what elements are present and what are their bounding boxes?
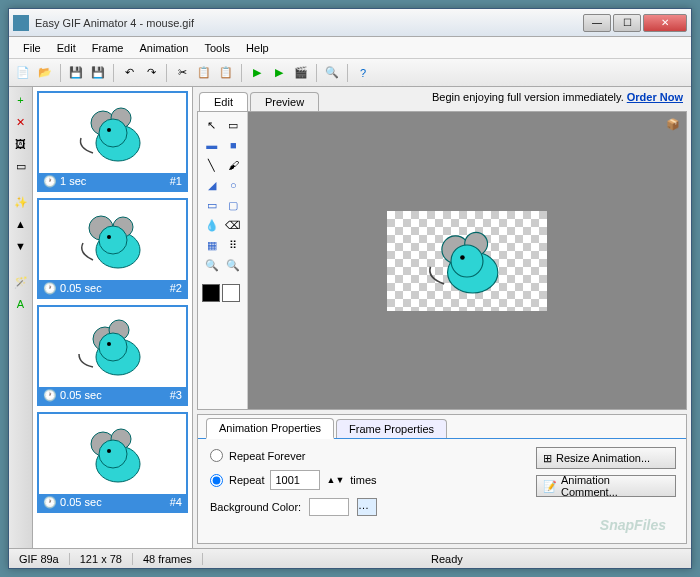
movie-icon[interactable]: 🎬 [291,63,311,83]
menu-animation[interactable]: Animation [131,40,196,56]
eyedropper-icon[interactable]: 💧 [202,216,222,234]
editor-tabs: Edit Preview Begin enjoying full version… [193,87,691,111]
resize-animation-button[interactable]: ⊞Resize Animation... [536,447,676,469]
repeat-forever-radio[interactable] [210,449,223,462]
clock-icon: 🕐 0.05 sec [43,496,102,509]
menubar: File Edit Frame Animation Tools Help [9,37,691,59]
effects-icon[interactable]: ✨ [12,193,30,211]
undo-icon[interactable]: ↶ [119,63,139,83]
canvas-viewport[interactable]: 📦 [248,112,686,409]
bg-color-picker-button[interactable]: … [357,498,377,516]
repeat-forever-row: Repeat Forever [210,449,377,462]
status-format: GIF 89a [9,553,70,565]
eraser-icon[interactable]: ⌫ [224,216,244,234]
search-icon[interactable]: 🔍 [322,63,342,83]
canvas-container: ↖▭ ▬■ ╲🖌 ◢○ ▭▢ 💧⌫ ▦⠿ 🔍🔍 📦 [197,111,687,410]
svg-point-3 [99,119,127,147]
properties-body: Repeat Forever Repeat ▲▼ times Backgroun… [198,439,686,543]
frame-thumb[interactable]: 🕐 0.05 sec#3 [37,305,188,406]
paste-icon[interactable]: 📋 [216,63,236,83]
redo-icon[interactable]: ↷ [141,63,161,83]
frame-icon[interactable]: ▭ [12,157,30,175]
foreground-color[interactable] [202,284,220,302]
spinner-icon[interactable]: ▲▼ [326,475,344,485]
frame-thumb[interactable]: 🕐 1 sec#1 [37,91,188,192]
separator [241,64,242,82]
new-icon[interactable]: 📄 [13,63,33,83]
properties-panel: Animation Properties Frame Properties Re… [197,414,687,544]
zoom-in-icon[interactable]: 🔍 [202,256,222,274]
marquee-icon[interactable]: ▭ [224,116,244,134]
resize-icon: ⊞ [543,452,552,465]
frame-thumb[interactable]: 🕐 0.05 sec#4 [37,412,188,513]
save-icon[interactable]: 💾 [66,63,86,83]
close-button[interactable]: ✕ [643,14,687,32]
drawing-toolbar: ↖▭ ▬■ ╲🖌 ◢○ ▭▢ 💧⌫ ▦⠿ 🔍🔍 [198,112,248,409]
separator [166,64,167,82]
tab-animation-props[interactable]: Animation Properties [206,418,334,439]
zoom-out-icon[interactable]: 🔍 [224,256,244,274]
round-rect-icon[interactable]: ▢ [224,196,244,214]
background-color[interactable] [222,284,240,302]
svg-point-18 [99,440,127,468]
fill-rect-icon[interactable]: ■ [224,136,244,154]
tab-preview[interactable]: Preview [250,92,319,111]
rect-icon[interactable]: ▬ [202,136,222,154]
order-now-link[interactable]: Order Now [627,91,683,103]
repeat-count-input[interactable] [270,470,320,490]
rect2-icon[interactable]: ▭ [202,196,222,214]
saveas-icon[interactable]: 💾 [88,63,108,83]
copy-icon[interactable]: 📋 [194,63,214,83]
frame-index: #2 [170,282,182,295]
frame-thumb[interactable]: 🕐 0.05 sec#2 [37,198,188,299]
tool-options-icon[interactable]: 📦 [666,118,680,131]
status-ready: Ready [203,553,691,565]
status-dimensions: 121 x 78 [70,553,133,565]
canvas[interactable] [387,211,547,311]
menu-edit[interactable]: Edit [49,40,84,56]
animation-comment-button[interactable]: 📝Animation Comment... [536,475,676,497]
comment-icon: 📝 [543,480,557,493]
cut-icon[interactable]: ✂ [172,63,192,83]
frame-preview [39,93,186,173]
separator [347,64,348,82]
watermark: SnapFiles [600,517,666,533]
menu-file[interactable]: File [15,40,49,56]
play-icon[interactable]: ▶ [247,63,267,83]
bucket-icon[interactable]: ▦ [202,236,222,254]
line-icon[interactable]: ╲ [202,156,222,174]
main-toolbar: 📄 📂 💾 💾 ↶ ↷ ✂ 📋 📋 ▶ ▶ 🎬 🔍 ? [9,59,691,87]
shape-icon[interactable]: ◢ [202,176,222,194]
svg-point-13 [99,333,127,361]
frames-panel[interactable]: 🕐 1 sec#1 🕐 0.05 sec#2 🕐 0.05 sec#3 🕐 0.… [33,87,193,548]
add-frame-icon[interactable]: + [12,91,30,109]
text-icon[interactable]: A [12,295,30,313]
delete-frame-icon[interactable]: ✕ [12,113,30,131]
pointer-icon[interactable]: ↖ [202,116,222,134]
repeat-label: Repeat [229,474,264,486]
spray-icon[interactable]: ⠿ [224,236,244,254]
move-up-icon[interactable]: ▲ [12,215,30,233]
main-area: + ✕ 🖼 ▭ ✨ ▲ ▼ 🪄 A 🕐 1 sec#1 � [9,87,691,548]
move-down-icon[interactable]: ▼ [12,237,30,255]
ellipse-icon[interactable]: ○ [224,176,244,194]
repeat-options: Repeat Forever Repeat ▲▼ times Backgroun… [210,449,377,533]
minimize-button[interactable]: — [583,14,611,32]
help-icon[interactable]: ? [353,63,373,83]
tab-frame-props[interactable]: Frame Properties [336,419,447,438]
menu-help[interactable]: Help [238,40,277,56]
brush-icon[interactable]: 🖌 [224,156,244,174]
repeat-count-radio[interactable] [210,474,223,487]
image-icon[interactable]: 🖼 [12,135,30,153]
frame-index: #1 [170,175,182,188]
frame-index: #4 [170,496,182,509]
maximize-button[interactable]: ☐ [613,14,641,32]
play-browser-icon[interactable]: ▶ [269,63,289,83]
svg-point-9 [107,235,111,239]
menu-frame[interactable]: Frame [84,40,132,56]
clock-icon: 🕐 1 sec [43,175,86,188]
wand-icon[interactable]: 🪄 [12,273,30,291]
open-icon[interactable]: 📂 [35,63,55,83]
tab-edit[interactable]: Edit [199,92,248,111]
menu-tools[interactable]: Tools [196,40,238,56]
